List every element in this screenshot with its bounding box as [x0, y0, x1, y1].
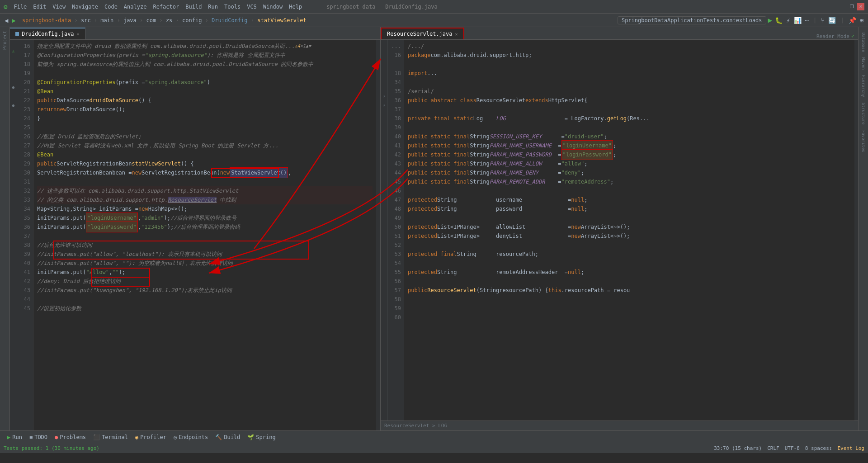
bottom-tab-bar: ▶ Run ≡ TODO ● Problems ⬛ Terminal ◉ Pro… — [0, 430, 868, 443]
maven-panel-icon[interactable]: Maven — [860, 56, 867, 71]
menu-refactor[interactable]: Refactor — [150, 3, 182, 11]
left-scrollbar[interactable] — [376, 40, 380, 430]
menu-window[interactable]: Window — [260, 3, 285, 11]
update-button[interactable]: 🔄 — [827, 16, 837, 25]
right-breadcrumb-bottom: ResourceServlet > LOG — [381, 420, 858, 430]
window-title: springboot-data - DruidConfig.java — [326, 4, 438, 10]
bread-part-4[interactable]: java — [123, 17, 137, 24]
encoding[interactable]: UTF-8 — [785, 445, 800, 451]
terminal-tab-icon: ⬛ — [93, 434, 100, 440]
app-icon: ⚙ — [4, 3, 7, 10]
left-tab-druidconfig[interactable]: DruidConfig.java ✕ — [10, 28, 85, 39]
bread-part-5[interactable]: com — [146, 17, 156, 24]
endpoints-tab-icon: ◎ — [174, 434, 177, 440]
breadcrumb: springboot-data › src › main › java › co… — [22, 17, 307, 24]
problems-tab[interactable]: ● Problems — [51, 433, 90, 441]
build-tab[interactable]: 🔨 Build — [212, 433, 244, 441]
menu-edit[interactable]: Edit — [30, 3, 49, 11]
menu-help[interactable]: Help — [286, 3, 305, 11]
right-sidebar: Database Maven Hierarchy Structure Favor… — [858, 27, 868, 430]
back-icon[interactable]: ◀ — [4, 16, 9, 25]
forward-icon[interactable]: ▶ — [11, 16, 16, 25]
bread-part-2[interactable]: src — [81, 17, 91, 24]
project-icon[interactable]: Project — [1, 29, 8, 52]
build-tab-label: Build — [224, 434, 240, 440]
left-code-content: 指定全局配置文件中的 druid 数据源属性到 com.alibaba.drui… — [33, 40, 376, 430]
bread-part-6[interactable]: zs — [166, 17, 172, 24]
profile-button[interactable]: 📊 — [793, 16, 802, 25]
reader-mode-icon[interactable]: ✓ — [851, 33, 854, 39]
menu-bar[interactable]: File Edit View Navigate Code Analyze Ref… — [11, 3, 305, 11]
spring-tab-label: Spring — [256, 434, 275, 440]
menu-vcs[interactable]: VCS — [244, 3, 259, 11]
bread-part-3[interactable]: main — [100, 17, 113, 24]
status-bar: Tests passed: 1 (30 minutes ago) 33:70 (… — [0, 443, 868, 453]
structure-panel-icon[interactable]: Structure — [860, 101, 867, 127]
right-tab-close[interactable]: ✕ — [455, 32, 458, 37]
menu-code[interactable]: Code — [102, 3, 120, 11]
right-line-numbers: ...16 1834 3536373839 4041424344 4546474… — [388, 40, 404, 420]
menu-tools[interactable]: Tools — [222, 3, 243, 11]
menu-build[interactable]: Build — [183, 3, 204, 11]
bread-part-1[interactable]: springboot-data — [22, 17, 71, 24]
problems-tab-label: Problems — [60, 434, 86, 440]
pin-button[interactable]: 📌 — [848, 16, 857, 25]
run-tab[interactable]: ▶ Run — [4, 433, 26, 441]
reader-mode-label[interactable]: Reader Mode — [816, 33, 849, 39]
bread-part-8[interactable]: DruidConfig — [212, 17, 247, 24]
menu-view[interactable]: View — [50, 3, 68, 11]
indent[interactable]: 8 spaces↕ — [805, 445, 832, 451]
bread-part-9[interactable]: statViewServlet — [257, 17, 306, 24]
spring-tab[interactable]: 🌱 Spring — [244, 433, 279, 441]
close-button[interactable]: ✕ — [857, 3, 864, 10]
line-ending[interactable]: CRLF — [767, 445, 779, 451]
left-tab-close[interactable]: ✕ — [77, 32, 80, 37]
favorites-panel-icon[interactable]: Favorites — [860, 128, 867, 154]
right-scrollbar[interactable] — [854, 40, 858, 420]
run-button[interactable]: ▶ — [768, 16, 773, 24]
maximize-button[interactable]: ❐ — [848, 3, 855, 10]
terminal-tab-label: Terminal — [102, 434, 128, 440]
menu-run[interactable]: Run — [205, 3, 221, 11]
database-panel-icon[interactable]: Database — [860, 31, 867, 54]
minimize-button[interactable]: — — [839, 3, 846, 10]
menu-analyze[interactable]: Analyze — [121, 3, 150, 11]
todo-tab[interactable]: ≡ TODO — [26, 433, 51, 441]
cursor-position[interactable]: 33:70 (15 chars) — [714, 445, 762, 451]
left-gutter: ⚠ ● ● — [10, 40, 17, 430]
coverage-button[interactable]: ⚡ — [785, 16, 791, 25]
left-sidebar: Project — [0, 27, 10, 430]
run-tab-label: Run — [12, 434, 22, 440]
profiler-tab-label: Profiler — [140, 434, 166, 440]
title-bar: ⚙ File Edit View Navigate Code Analyze R… — [0, 0, 868, 14]
todo-tab-label: TODO — [34, 434, 47, 440]
run-config-label[interactable]: SpringbootDataApplicationTests.contextLo… — [618, 16, 766, 24]
test-status: Tests passed: 1 (30 minutes ago) — [4, 445, 99, 451]
endpoints-tab[interactable]: ◎ Endpoints — [170, 433, 212, 441]
todo-tab-icon: ≡ — [29, 434, 33, 440]
run-toolbar: ◀ ▶ springboot-data › src › main › java … — [0, 14, 868, 27]
more-button[interactable]: ⋯ — [804, 16, 810, 25]
problems-tab-icon: ● — [55, 434, 58, 440]
debug-button[interactable]: 🐛 — [774, 16, 783, 25]
hierarchy-panel-icon[interactable]: Hierarchy — [860, 73, 867, 99]
menu-file[interactable]: File — [11, 3, 29, 11]
right-editor-container: ⚡ ⚡ ...16 1834 3536373839 4041424344 454… — [381, 40, 858, 420]
right-tab-resourceservlet[interactable]: ResourceServlet.java ✕ — [381, 28, 464, 39]
left-tab-label: DruidConfig.java — [22, 31, 74, 37]
bread-part-7[interactable]: config — [182, 17, 202, 24]
menu-navigate[interactable]: Navigate — [69, 3, 101, 11]
vcs-button[interactable]: ⑂ — [820, 16, 826, 25]
terminal-tab[interactable]: ⬛ Terminal — [90, 433, 132, 441]
split-button[interactable]: ⊞ — [859, 16, 864, 25]
profiler-tab-icon: ◉ — [135, 434, 138, 440]
profiler-tab[interactable]: ◉ Profiler — [132, 433, 170, 441]
right-gutter: ⚡ ⚡ — [381, 40, 388, 420]
right-tab-label: ResourceServlet.java — [387, 31, 453, 37]
event-log[interactable]: Event Log — [837, 445, 864, 451]
right-code-content: /.../ package com.alibaba.druid.support.… — [404, 40, 854, 420]
left-line-numbers: 1617181920 2122232425 2627282930 3132333… — [17, 40, 33, 430]
spring-tab-icon: 🌱 — [247, 434, 254, 440]
build-tab-icon: 🔨 — [215, 434, 222, 440]
endpoints-tab-label: Endpoints — [179, 434, 208, 440]
